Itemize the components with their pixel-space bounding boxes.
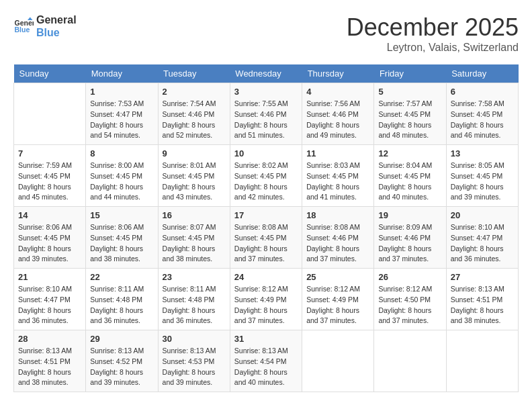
calendar-cell: 29Sunrise: 8:13 AM Sunset: 4:52 PM Dayli… — [86, 330, 158, 392]
calendar-cell: 8Sunrise: 8:00 AM Sunset: 4:45 PM Daylig… — [86, 145, 158, 207]
day-number: 24 — [234, 272, 298, 282]
calendar-cell — [446, 330, 518, 392]
calendar-cell: 13Sunrise: 8:05 AM Sunset: 4:45 PM Dayli… — [446, 145, 518, 207]
day-number: 23 — [163, 272, 226, 282]
header-day-tuesday: Tuesday — [158, 64, 230, 83]
day-info: Sunrise: 8:08 AM Sunset: 4:45 PM Dayligh… — [234, 222, 298, 265]
day-info: Sunrise: 8:08 AM Sunset: 4:46 PM Dayligh… — [306, 222, 369, 265]
calendar-week-2: 7Sunrise: 7:59 AM Sunset: 4:45 PM Daylig… — [14, 145, 519, 207]
svg-text:Blue: Blue — [15, 26, 30, 34]
day-info: Sunrise: 8:10 AM Sunset: 4:47 PM Dayligh… — [451, 222, 514, 265]
calendar-cell: 6Sunrise: 7:58 AM Sunset: 4:45 PM Daylig… — [446, 83, 518, 145]
calendar-cell: 17Sunrise: 8:08 AM Sunset: 4:45 PM Dayli… — [230, 207, 302, 269]
day-number: 19 — [378, 210, 441, 220]
day-info: Sunrise: 8:13 AM Sunset: 4:51 PM Dayligh… — [18, 346, 81, 388]
calendar-cell: 16Sunrise: 8:07 AM Sunset: 4:45 PM Dayli… — [158, 207, 230, 269]
day-number: 4 — [306, 87, 369, 97]
logo-line1: General — [36, 13, 77, 26]
day-number: 28 — [18, 334, 81, 344]
calendar-cell: 1Sunrise: 7:53 AM Sunset: 4:47 PM Daylig… — [86, 83, 158, 145]
day-number: 16 — [163, 210, 226, 220]
header-day-monday: Monday — [86, 64, 158, 83]
day-info: Sunrise: 8:13 AM Sunset: 4:51 PM Dayligh… — [451, 284, 514, 326]
day-number: 3 — [234, 87, 298, 97]
calendar-cell — [374, 330, 446, 392]
logo: General Blue General Blue — [13, 13, 77, 39]
day-number: 31 — [234, 334, 298, 344]
day-info: Sunrise: 8:00 AM Sunset: 4:45 PM Dayligh… — [90, 161, 153, 203]
calendar-cell: 9Sunrise: 8:01 AM Sunset: 4:45 PM Daylig… — [158, 145, 230, 207]
calendar-cell: 31Sunrise: 8:13 AM Sunset: 4:54 PM Dayli… — [230, 330, 302, 392]
day-info: Sunrise: 7:53 AM Sunset: 4:47 PM Dayligh… — [90, 99, 153, 141]
calendar-cell: 30Sunrise: 8:13 AM Sunset: 4:53 PM Dayli… — [158, 330, 230, 392]
header-day-thursday: Thursday — [302, 64, 374, 83]
day-number: 7 — [18, 148, 81, 158]
header-day-sunday: Sunday — [14, 64, 86, 83]
day-number: 20 — [451, 210, 514, 220]
day-number: 25 — [306, 272, 369, 282]
day-info: Sunrise: 8:02 AM Sunset: 4:45 PM Dayligh… — [234, 161, 298, 203]
calendar-cell: 4Sunrise: 7:56 AM Sunset: 4:46 PM Daylig… — [302, 83, 374, 145]
day-number: 8 — [90, 148, 153, 158]
day-info: Sunrise: 7:56 AM Sunset: 4:46 PM Dayligh… — [306, 99, 369, 141]
day-info: Sunrise: 8:09 AM Sunset: 4:46 PM Dayligh… — [378, 222, 441, 265]
day-info: Sunrise: 8:13 AM Sunset: 4:54 PM Dayligh… — [234, 346, 298, 388]
calendar-cell: 28Sunrise: 8:13 AM Sunset: 4:51 PM Dayli… — [14, 330, 86, 392]
calendar-cell: 26Sunrise: 8:12 AM Sunset: 4:50 PM Dayli… — [374, 269, 446, 330]
day-number: 11 — [306, 148, 369, 158]
day-number: 15 — [90, 210, 153, 220]
page-header: General Blue General Blue December 2025 … — [13, 13, 519, 54]
logo-icon: General Blue — [13, 16, 34, 36]
calendar-cell: 24Sunrise: 8:12 AM Sunset: 4:49 PM Dayli… — [230, 269, 302, 330]
calendar-cell — [302, 330, 374, 392]
header-day-saturday: Saturday — [446, 64, 518, 83]
day-info: Sunrise: 7:57 AM Sunset: 4:45 PM Dayligh… — [378, 99, 441, 141]
day-info: Sunrise: 8:12 AM Sunset: 4:50 PM Dayligh… — [378, 284, 441, 326]
day-info: Sunrise: 8:11 AM Sunset: 4:48 PM Dayligh… — [163, 284, 226, 326]
day-info: Sunrise: 8:06 AM Sunset: 4:45 PM Dayligh… — [90, 222, 153, 265]
calendar-cell: 22Sunrise: 8:11 AM Sunset: 4:48 PM Dayli… — [86, 269, 158, 330]
calendar-body: 1Sunrise: 7:53 AM Sunset: 4:47 PM Daylig… — [14, 83, 519, 392]
calendar-cell: 12Sunrise: 8:04 AM Sunset: 4:45 PM Dayli… — [374, 145, 446, 207]
day-info: Sunrise: 8:04 AM Sunset: 4:45 PM Dayligh… — [378, 161, 441, 203]
day-info: Sunrise: 8:13 AM Sunset: 4:53 PM Dayligh… — [163, 346, 226, 388]
header-day-wednesday: Wednesday — [230, 64, 302, 83]
calendar-cell — [14, 83, 86, 145]
day-number: 18 — [306, 210, 369, 220]
calendar-cell: 27Sunrise: 8:13 AM Sunset: 4:51 PM Dayli… — [446, 269, 518, 330]
day-number: 22 — [90, 272, 153, 282]
day-info: Sunrise: 8:01 AM Sunset: 4:45 PM Dayligh… — [163, 161, 226, 203]
day-number: 1 — [90, 87, 153, 97]
day-number: 14 — [18, 210, 81, 220]
calendar-cell: 25Sunrise: 8:12 AM Sunset: 4:49 PM Dayli… — [302, 269, 374, 330]
day-info: Sunrise: 8:07 AM Sunset: 4:45 PM Dayligh… — [163, 222, 226, 265]
day-number: 12 — [378, 148, 441, 158]
calendar-table: SundayMondayTuesdayWednesdayThursdayFrid… — [13, 64, 519, 392]
calendar-cell: 19Sunrise: 8:09 AM Sunset: 4:46 PM Dayli… — [374, 207, 446, 269]
day-info: Sunrise: 8:13 AM Sunset: 4:52 PM Dayligh… — [90, 346, 153, 388]
day-number: 17 — [234, 210, 298, 220]
day-info: Sunrise: 8:11 AM Sunset: 4:48 PM Dayligh… — [90, 284, 153, 326]
day-number: 30 — [163, 334, 226, 344]
day-info: Sunrise: 8:12 AM Sunset: 4:49 PM Dayligh… — [306, 284, 369, 326]
day-number: 27 — [451, 272, 514, 282]
calendar-cell: 3Sunrise: 7:55 AM Sunset: 4:46 PM Daylig… — [230, 83, 302, 145]
location-subtitle: Leytron, Valais, Switzerland — [347, 42, 519, 54]
calendar-week-4: 21Sunrise: 8:10 AM Sunset: 4:47 PM Dayli… — [14, 269, 519, 330]
day-info: Sunrise: 7:59 AM Sunset: 4:45 PM Dayligh… — [18, 161, 81, 203]
header-day-friday: Friday — [374, 64, 446, 83]
calendar-header: SundayMondayTuesdayWednesdayThursdayFrid… — [14, 64, 519, 83]
calendar-cell: 15Sunrise: 8:06 AM Sunset: 4:45 PM Dayli… — [86, 207, 158, 269]
calendar-cell: 18Sunrise: 8:08 AM Sunset: 4:46 PM Dayli… — [302, 207, 374, 269]
day-info: Sunrise: 7:58 AM Sunset: 4:45 PM Dayligh… — [451, 99, 514, 141]
day-number: 5 — [378, 87, 441, 97]
calendar-cell: 7Sunrise: 7:59 AM Sunset: 4:45 PM Daylig… — [14, 145, 86, 207]
calendar-cell: 21Sunrise: 8:10 AM Sunset: 4:47 PM Dayli… — [14, 269, 86, 330]
calendar-cell: 10Sunrise: 8:02 AM Sunset: 4:45 PM Dayli… — [230, 145, 302, 207]
calendar-cell: 20Sunrise: 8:10 AM Sunset: 4:47 PM Dayli… — [446, 207, 518, 269]
calendar-week-5: 28Sunrise: 8:13 AM Sunset: 4:51 PM Dayli… — [14, 330, 519, 392]
day-info: Sunrise: 8:05 AM Sunset: 4:45 PM Dayligh… — [451, 161, 514, 203]
day-info: Sunrise: 7:55 AM Sunset: 4:46 PM Dayligh… — [234, 99, 298, 141]
calendar-cell: 14Sunrise: 8:06 AM Sunset: 4:45 PM Dayli… — [14, 207, 86, 269]
calendar-week-3: 14Sunrise: 8:06 AM Sunset: 4:45 PM Dayli… — [14, 207, 519, 269]
